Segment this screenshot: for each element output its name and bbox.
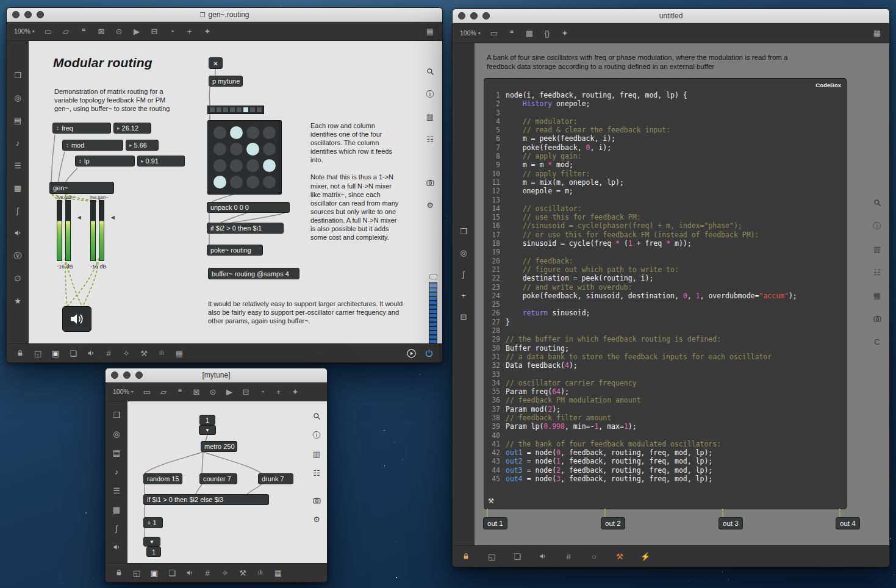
- message-box-icon[interactable]: ▱: [61, 26, 71, 36]
- codebox[interactable]: CodeBox 1node(i, feedback, routing, freq…: [484, 78, 847, 509]
- midi-note-icon[interactable]: ♪: [112, 467, 121, 476]
- minimize-window-button[interactable]: [470, 12, 478, 20]
- audio-mute-icon[interactable]: [538, 551, 548, 561]
- multislider-cell[interactable]: [243, 107, 248, 112]
- matrix-cell[interactable]: [246, 159, 259, 172]
- multislider[interactable]: [207, 106, 264, 114]
- titlebar-mytune[interactable]: [mytune]: [106, 368, 327, 382]
- titlebar-untitled[interactable]: untitled: [453, 9, 889, 23]
- toggle-icon[interactable]: ⊠: [96, 26, 106, 36]
- objects-cube-icon[interactable]: ❒: [112, 410, 121, 420]
- multislider-cell[interactable]: [250, 107, 255, 112]
- select-tool-icon[interactable]: ◱: [33, 348, 43, 358]
- plug-icon[interactable]: ⚡: [640, 551, 650, 561]
- multislider-cell[interactable]: [237, 107, 242, 112]
- outlet-box-out2[interactable]: out 2: [601, 517, 625, 529]
- gain-handle[interactable]: ◀: [77, 215, 81, 220]
- add-object-icon[interactable]: +: [185, 26, 195, 36]
- grid-snap-icon[interactable]: #: [202, 568, 212, 578]
- grid-overlay-icon[interactable]: ▦: [872, 290, 882, 300]
- list-icon[interactable]: ☷: [312, 468, 321, 478]
- clips-icon[interactable]: C: [872, 337, 882, 346]
- metro-icon[interactable]: ◔: [257, 387, 267, 396]
- filter-gear-icon[interactable]: ⚙: [312, 514, 321, 524]
- matrix-cell[interactable]: [230, 159, 243, 172]
- lock-icon[interactable]: [15, 348, 25, 358]
- matrix-cell[interactable]: [246, 143, 259, 156]
- sliders-icon[interactable]: ☰: [13, 160, 23, 170]
- ezdac-speaker-button[interactable]: [62, 306, 91, 332]
- level-knob[interactable]: [429, 274, 437, 279]
- comment-icon[interactable]: ❝: [507, 28, 517, 38]
- grid-overlay-icon[interactable]: ▦: [872, 28, 882, 38]
- zoom-window-button[interactable]: [37, 11, 44, 18]
- gain-handle[interactable]: ◀: [111, 215, 115, 220]
- object-box-drunk[interactable]: drunk 7: [258, 473, 293, 484]
- drawer-icon[interactable]: ▤: [112, 448, 121, 457]
- multislider-cell[interactable]: [257, 107, 262, 112]
- layout-columns-icon[interactable]: ▥: [872, 244, 882, 254]
- codebox-tool-icon[interactable]: ⚒: [488, 497, 494, 505]
- object-box-random[interactable]: random 15: [143, 473, 182, 484]
- grid-snap-icon[interactable]: #: [104, 348, 113, 358]
- snapshot-camera-icon[interactable]: [872, 314, 882, 323]
- picture-icon[interactable]: ▩: [525, 28, 534, 38]
- param-label-box-lp[interactable]: ▲▼ lp: [75, 156, 135, 167]
- matrix-cell[interactable]: [263, 126, 276, 139]
- output-level-meter[interactable]: [429, 274, 437, 343]
- matrix-cell[interactable]: [263, 176, 276, 188]
- zoom-window-button[interactable]: [482, 12, 490, 20]
- audio-rings-icon[interactable]: ◎: [112, 429, 121, 439]
- trigger-box-top[interactable]: ▼: [199, 425, 216, 435]
- search-icon[interactable]: [425, 66, 435, 76]
- patchcords-icon[interactable]: ✧: [121, 348, 131, 358]
- titlebar-gen-routing[interactable]: ❐ gen~.routing: [7, 8, 442, 22]
- multislider-cell[interactable]: [230, 107, 235, 112]
- matrix-cell[interactable]: [213, 143, 226, 156]
- object-box-buffer[interactable]: buffer~ routing @samps 4: [208, 268, 299, 279]
- info-icon[interactable]: ⓘ: [312, 430, 321, 440]
- snapshot-camera-icon[interactable]: [425, 177, 435, 187]
- metro-icon[interactable]: ◔: [167, 26, 177, 36]
- circle-tool-icon[interactable]: ○: [589, 551, 599, 561]
- object-box-icon[interactable]: ▭: [489, 28, 499, 38]
- param-value-box-lp[interactable]: ▸ 0.91: [137, 156, 185, 167]
- grid-snap-icon[interactable]: #: [564, 551, 573, 561]
- x-button-box[interactable]: ×: [209, 57, 223, 69]
- paperclip-icon[interactable]: ∫: [112, 523, 121, 533]
- paint-icon[interactable]: ✦: [560, 28, 570, 38]
- dotgrid-icon[interactable]: ▦: [174, 348, 184, 358]
- matrix-cell[interactable]: [213, 126, 226, 139]
- comment-icon[interactable]: ❝: [79, 26, 88, 36]
- audio-rings-icon[interactable]: ◎: [459, 248, 468, 257]
- matrix-cell[interactable]: [246, 126, 259, 139]
- object-box-counter[interactable]: counter 7: [199, 473, 237, 484]
- paperclip-icon[interactable]: ∫: [459, 269, 468, 279]
- group-icon[interactable]: ❏: [512, 551, 522, 561]
- dotgrid-icon[interactable]: ▦: [273, 568, 283, 578]
- drawer-icon[interactable]: ▤: [13, 115, 23, 125]
- info-icon[interactable]: ⓘ: [425, 89, 435, 99]
- tools-wrench-icon[interactable]: ⚒: [139, 348, 149, 358]
- matrix-cell[interactable]: [213, 159, 226, 172]
- midi-note-icon[interactable]: ♪: [13, 138, 23, 148]
- codebox-code[interactable]: 1node(i, feedback, routing, freq, mod, l…: [484, 90, 846, 487]
- object-box-if[interactable]: if $i1 > 0 then $i2 else $i3: [143, 494, 269, 505]
- live-gain-slider-left[interactable]: live.gain~ ◀ -16 dB: [57, 195, 82, 270]
- param-value-box-mod[interactable]: ▸ 5.66: [126, 140, 159, 151]
- playbar-icon[interactable]: ▶: [132, 26, 142, 36]
- comment-icon[interactable]: ❝: [175, 387, 185, 396]
- matrix-grid[interactable]: [207, 120, 282, 195]
- codebox-icon[interactable]: {}: [542, 28, 552, 38]
- number-box-top[interactable]: 1: [199, 415, 215, 425]
- button-icon[interactable]: ⊙: [208, 387, 218, 396]
- number-box-icon[interactable]: ⊟: [149, 26, 159, 36]
- patcher-canvas[interactable]: A bank of four sine oscillators with fre…: [475, 43, 889, 545]
- gain-meter[interactable]: ◀: [90, 200, 116, 261]
- object-box-icon[interactable]: ▭: [142, 387, 152, 396]
- trigger-box-bottom[interactable]: ▼: [143, 537, 160, 547]
- message-box-icon[interactable]: ▱: [159, 387, 168, 396]
- paperclip-icon[interactable]: ∫: [13, 206, 23, 215]
- object-box-metro[interactable]: metro 250: [201, 441, 237, 452]
- audio-mute-icon[interactable]: [86, 348, 96, 358]
